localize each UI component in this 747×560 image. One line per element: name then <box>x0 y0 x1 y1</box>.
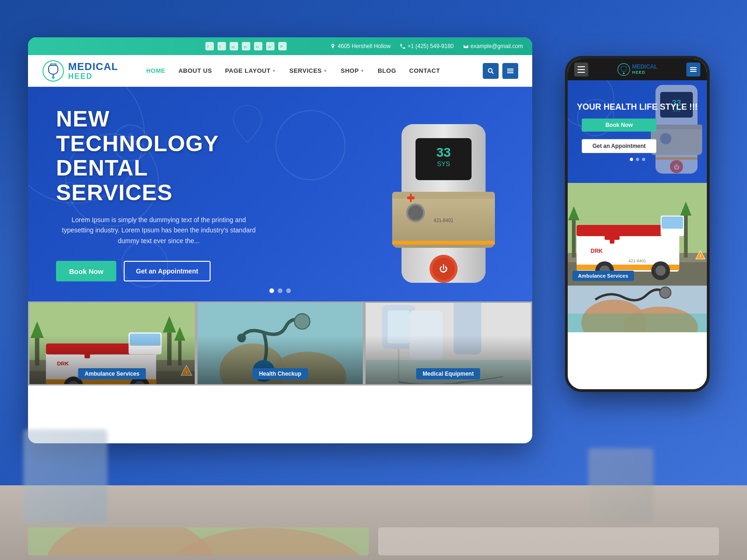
nav-link-blog[interactable]: BLOG <box>378 67 396 74</box>
mobile-service-card-health[interactable] <box>568 286 707 332</box>
svg-text:421-8401: 421-8401 <box>434 218 454 223</box>
svg-rect-80 <box>690 71 697 72</box>
nav-link-services[interactable]: SERVICES ▼ <box>289 67 328 74</box>
table-object-right <box>588 448 654 523</box>
dot-1[interactable] <box>269 288 274 293</box>
svg-text:f: f <box>207 44 209 49</box>
svg-text:in: in <box>256 45 259 49</box>
logo[interactable]: MEDICAL HEED <box>42 60 118 82</box>
mobile-hero-title: YOUR HEALTH LIFE STYLE !!! <box>575 102 699 112</box>
hero-device-image: 33 SYS 421-8401 ⏻ <box>374 105 514 301</box>
service-card-equipment-label: Medical Equipment <box>416 368 480 379</box>
svg-text:DRK: DRK <box>591 248 603 254</box>
svg-text:dr: dr <box>268 45 271 49</box>
svg-point-25 <box>408 205 423 220</box>
mobile-service-card-ambulance[interactable]: DRK ! 421-8401 Ambulance Services <box>568 183 707 286</box>
facebook-icon[interactable]: f <box>205 42 214 50</box>
hero-title: NEW TECHNOLOGY DENTAL SERVICES <box>56 107 261 205</box>
service-card-ambulance[interactable]: DRK 421-8401 ! Ambulance Services <box>28 301 196 385</box>
mobile-ambulance-badge: Ambulance Services <box>572 271 634 281</box>
svg-text:!: ! <box>700 254 701 259</box>
logo-stethoscope-icon <box>42 60 64 82</box>
service-card-health[interactable]: Health Checkup <box>196 301 364 385</box>
mobile-menu-button[interactable] <box>574 63 588 77</box>
svg-rect-78 <box>690 67 697 68</box>
mobile-navigation: MEDICAL HEED <box>568 59 707 80</box>
get-appointment-button[interactable]: Get an Appointment <box>124 261 210 281</box>
bottom-card-2 <box>378 527 719 555</box>
hero-buttons: Book Now Get an Appointment <box>56 261 261 281</box>
logo-medical: MEDICAL <box>68 61 118 72</box>
blood-pressure-device-svg: 33 SYS 421-8401 ⏻ <box>374 115 514 301</box>
navigation: MEDICAL HEED HOME ABOUT US PAGE LAYOUT ▼… <box>28 55 532 87</box>
mobile-logo: MEDICAL HEED <box>617 63 658 76</box>
mobile-menu-icon <box>690 66 697 73</box>
logo-heed: HEED <box>68 72 118 81</box>
nav-action-icons <box>483 63 518 79</box>
svg-rect-32 <box>392 241 495 245</box>
hero-section: NEW TECHNOLOGY DENTAL SERVICES Lorem Ips… <box>28 87 532 301</box>
svg-rect-94 <box>572 220 576 258</box>
mobile-hero-buttons: Book Now Get an Appointment <box>575 119 699 153</box>
twitter-icon[interactable]: t <box>218 42 226 50</box>
svg-rect-79 <box>690 69 697 70</box>
svg-point-8 <box>52 76 55 79</box>
svg-rect-117 <box>568 314 707 332</box>
mobile-ambulance-overlay: Ambulance Services <box>568 266 707 286</box>
mobile-get-appointment-button[interactable]: Get an Appointment <box>582 139 656 153</box>
svg-rect-88 <box>655 157 698 160</box>
topbar-email: example@gmail.com <box>463 43 523 49</box>
dot-2[interactable] <box>278 288 282 293</box>
mobile-logo-heed: HEED <box>632 70 658 75</box>
topbar-contact: 4605 Hershell Hollow +1 (425) 549-9180 e… <box>330 43 523 49</box>
svg-text:yt: yt <box>244 45 247 49</box>
svg-point-116 <box>660 287 671 298</box>
instagram-icon[interactable]: ig <box>230 42 238 50</box>
dot-3[interactable] <box>286 288 291 293</box>
linkedin-icon[interactable]: in <box>254 42 262 50</box>
nav-links: HOME ABOUT US PAGE LAYOUT ▼ SERVICES ▼ S… <box>146 67 483 74</box>
svg-point-9 <box>488 69 492 72</box>
svg-text:t: t <box>219 44 221 49</box>
menu-button[interactable] <box>502 63 518 79</box>
mobile-health-illustration <box>568 286 707 332</box>
svg-rect-96 <box>684 216 688 258</box>
svg-line-10 <box>492 72 493 74</box>
svg-text:SYS: SYS <box>437 160 450 168</box>
svg-text:⏻: ⏻ <box>439 264 448 273</box>
svg-rect-13 <box>507 72 514 73</box>
mobile-book-now-button[interactable]: Book Now <box>582 119 656 132</box>
book-now-button[interactable]: Book Now <box>56 261 116 281</box>
nav-link-page-layout[interactable]: PAGE LAYOUT ▼ <box>225 67 276 74</box>
svg-text:P: P <box>280 44 283 49</box>
nav-link-home[interactable]: HOME <box>146 67 165 74</box>
svg-text:ig: ig <box>232 45 234 49</box>
mobile-nav-button[interactable] <box>686 63 700 77</box>
mobile-mockup: MEDICAL HEED 33 SYS <box>565 56 710 392</box>
mobile-hero-section: 33 SYS ⏻ YOUR HEALTH LIFE STYLE !!! Book… <box>568 80 707 183</box>
dribbble-icon[interactable]: dr <box>266 42 275 50</box>
mobile-logo-stethoscope-icon <box>617 63 630 76</box>
pinterest-icon[interactable]: P <box>278 42 287 50</box>
search-button[interactable] <box>483 63 499 79</box>
svg-rect-11 <box>507 69 514 70</box>
nav-link-shop[interactable]: SHOP ▼ <box>341 67 365 74</box>
bottom-card-1 <box>28 527 369 555</box>
hamburger-icon <box>578 66 585 73</box>
service-card-ambulance-label: Ambulance Services <box>78 368 146 379</box>
svg-point-77 <box>623 72 625 74</box>
hero-description: Lorem Ipsum is simply the dummying text … <box>56 215 261 246</box>
svg-rect-12 <box>507 70 514 71</box>
topbar-address: 4605 Hershell Hollow <box>330 43 390 49</box>
svg-rect-121 <box>378 527 719 555</box>
service-card-equipment[interactable]: Medical Equipment <box>364 301 532 385</box>
youtube-icon[interactable]: yt <box>242 42 250 50</box>
topbar: f t ig yt in dr P 4605 Hers <box>28 37 532 55</box>
svg-rect-31 <box>410 194 412 202</box>
nav-link-contact[interactable]: CONTACT <box>409 67 440 74</box>
nav-link-about[interactable]: ABOUT US <box>178 67 212 74</box>
services-strip: DRK 421-8401 ! Ambulance Services <box>28 301 532 385</box>
hero-content: NEW TECHNOLOGY DENTAL SERVICES Lorem Ips… <box>28 107 289 281</box>
logo-text: MEDICAL HEED <box>68 61 118 81</box>
svg-text:421-8401: 421-8401 <box>628 259 646 263</box>
